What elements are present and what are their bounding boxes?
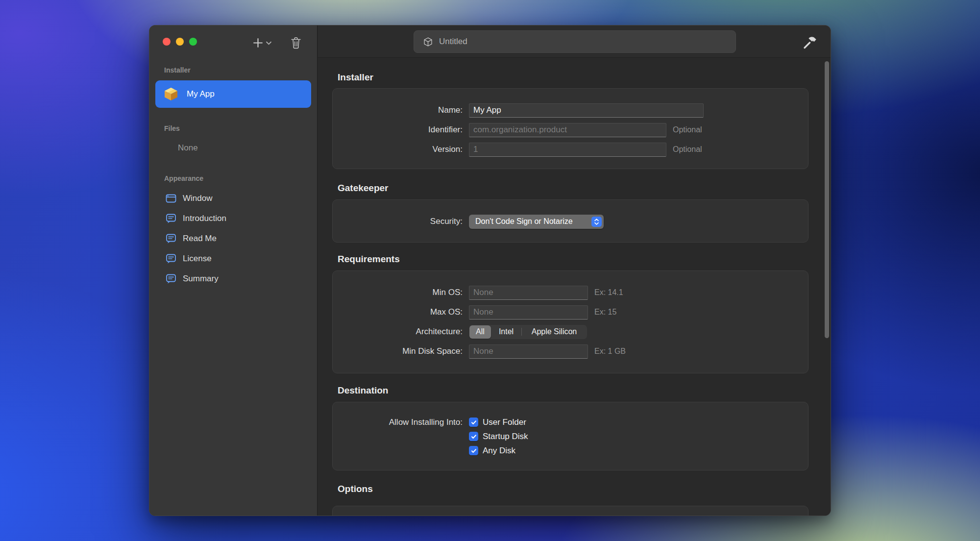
requirements-box: Min OS: Ex: 14.1 Max OS: Ex: 15 Architec… <box>332 270 808 373</box>
sidebar-item-label: Read Me <box>183 234 217 244</box>
min-disk-note: Ex: 1 GB <box>594 347 626 356</box>
settings-scroll-area[interactable]: Installer Name: Identifier: Optional Ver… <box>318 58 831 516</box>
traffic-lights <box>163 38 197 46</box>
name-input[interactable] <box>469 103 704 118</box>
heading-requirements: Requirements <box>338 254 400 265</box>
name-label: Name: <box>333 105 469 115</box>
zoom-button[interactable] <box>189 38 197 46</box>
document-title: Untitled <box>439 37 467 47</box>
checkbox-any-disk[interactable]: Any Disk <box>469 443 528 458</box>
segment-all[interactable]: All <box>469 325 491 339</box>
heading-gatekeeper: Gatekeeper <box>338 183 389 194</box>
app-window: Installer My App Files None Appearanc <box>149 25 831 516</box>
checkbox-checked-icon <box>469 418 478 427</box>
package-icon <box>162 85 180 103</box>
version-note: Optional <box>673 145 702 154</box>
sidebar-item-introduction[interactable]: Introduction <box>155 208 311 228</box>
window-icon <box>165 193 177 204</box>
heading-options: Options <box>338 484 373 494</box>
allow-installing-label: Allow Installing Into: <box>333 415 469 429</box>
identifier-input[interactable] <box>469 123 666 137</box>
sidebar-item-label: Window <box>183 194 212 203</box>
sidebar-item-label: Introduction <box>183 214 226 223</box>
build-button[interactable] <box>801 32 820 52</box>
text-bubble-icon <box>165 213 177 224</box>
hammer-icon <box>802 34 819 50</box>
sidebar-item-label: Summary <box>183 274 219 284</box>
heading-destination: Destination <box>338 385 388 396</box>
checkbox-checked-icon <box>469 432 478 441</box>
checkbox-startup-disk[interactable]: Startup Disk <box>469 429 528 443</box>
security-popup-value: Don't Code Sign or Notarize <box>475 217 591 226</box>
sidebar-item-read-me[interactable]: Read Me <box>155 228 311 248</box>
architecture-label: Architecture: <box>333 327 469 337</box>
text-bubble-icon <box>165 253 177 265</box>
minimize-button[interactable] <box>176 38 184 46</box>
sidebar-list: Installer My App Files None Appearanc <box>149 58 317 516</box>
sidebar-section-installer: Installer <box>155 66 311 74</box>
sidebar: Installer My App Files None Appearanc <box>149 25 318 516</box>
package-cube-icon <box>423 37 433 47</box>
destination-box: Allow Installing Into: User Folder <box>332 402 808 470</box>
security-label: Security: <box>333 217 469 226</box>
text-bubble-icon <box>165 273 177 285</box>
add-button[interactable] <box>250 35 273 50</box>
min-os-input[interactable] <box>469 286 588 300</box>
identifier-note: Optional <box>673 125 702 134</box>
sidebar-item-summary[interactable]: Summary <box>155 269 311 289</box>
sidebar-toolbar <box>250 34 304 51</box>
trash-icon <box>290 36 302 49</box>
sidebar-item-label: License <box>183 254 212 264</box>
version-input[interactable] <box>469 143 666 157</box>
sidebar-item-my-app[interactable]: My App <box>155 80 311 108</box>
checkbox-label: Startup Disk <box>483 432 528 442</box>
max-os-note: Ex: 15 <box>594 308 616 317</box>
scrollbar[interactable] <box>825 61 829 338</box>
checkbox-label: Any Disk <box>483 446 515 456</box>
gatekeeper-box: Security: Don't Code Sign or Notarize <box>332 199 808 243</box>
destination-checkbox-group: User Folder Startup Disk <box>469 415 528 458</box>
architecture-segmented-control: All Intel Apple Silicon <box>469 325 587 339</box>
installer-box: Name: Identifier: Optional Version: Opti… <box>332 88 808 169</box>
sidebar-item-none: None <box>155 143 311 153</box>
delete-button[interactable] <box>288 34 304 51</box>
heading-installer: Installer <box>338 72 373 83</box>
max-os-input[interactable] <box>469 305 588 320</box>
text-bubble-icon <box>165 233 177 245</box>
max-os-label: Max OS: <box>333 307 469 317</box>
min-disk-input[interactable] <box>469 344 588 359</box>
sidebar-item-label: My App <box>187 89 215 99</box>
toolbar: Untitled <box>318 25 831 58</box>
sidebar-section-files: Files <box>155 124 311 132</box>
plus-icon <box>252 37 264 49</box>
options-box <box>332 506 808 516</box>
checkbox-label: User Folder <box>483 418 526 427</box>
chevron-down-icon <box>266 41 271 45</box>
sidebar-section-appearance: Appearance <box>155 174 311 182</box>
min-os-note: Ex: 14.1 <box>594 288 623 297</box>
checkbox-user-folder[interactable]: User Folder <box>469 415 528 429</box>
segment-intel[interactable]: Intel <box>491 325 521 339</box>
min-os-label: Min OS: <box>333 288 469 297</box>
main-pane: Untitled Installer Name: <box>318 25 831 516</box>
version-label: Version: <box>333 145 469 154</box>
sidebar-item-window[interactable]: Window <box>155 188 311 208</box>
min-disk-label: Min Disk Space: <box>333 346 469 356</box>
document-title-field[interactable]: Untitled <box>414 30 736 53</box>
identifier-label: Identifier: <box>333 125 469 135</box>
checkbox-checked-icon <box>469 446 478 455</box>
segment-apple-silicon[interactable]: Apple Silicon <box>522 325 587 339</box>
popup-chevrons-icon <box>591 217 602 227</box>
security-popup[interactable]: Don't Code Sign or Notarize <box>469 215 604 229</box>
sidebar-item-license[interactable]: License <box>155 248 311 269</box>
close-button[interactable] <box>163 38 171 46</box>
